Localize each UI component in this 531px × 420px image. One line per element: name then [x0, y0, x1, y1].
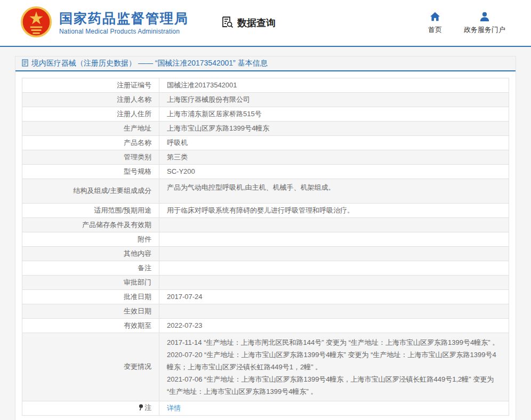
nav-portal[interactable]: 政务服务门户 — [464, 12, 505, 35]
field-value — [159, 276, 509, 290]
home-icon — [430, 12, 440, 23]
field-label: 备注 — [22, 261, 159, 276]
field-label: 产品名称 — [22, 136, 159, 150]
table-row: 批准日期 2017-07-24 — [22, 290, 509, 304]
table-row: 附件 — [22, 232, 509, 247]
registration-info-table: 注册证编号 国械注准20173542001 注册人名称 上海医疗器械股份有限公司… — [22, 78, 509, 416]
note-label: 注 — [144, 403, 151, 411]
table-row: 生产地址 上海市宝山区罗东路1399号4幢东 — [22, 122, 509, 136]
change-line: 2020-07-20 “生产地址：上海市宝山区罗东路1399号4幢东” 变更为 … — [167, 349, 501, 373]
doc-magnifier-icon — [221, 15, 234, 31]
national-emblem-icon — [20, 6, 52, 39]
table-row: 产品名称 呼吸机 — [22, 136, 509, 150]
table-row: 有效期至 2022-07-23 — [22, 319, 509, 333]
field-value: 详情 — [159, 401, 509, 416]
table-row: 型号规格 SC-Y200 — [22, 165, 509, 179]
field-label: 注册人住所 — [22, 107, 159, 122]
field-label: 其他内容 — [22, 247, 159, 261]
field-label: 生效日期 — [22, 304, 159, 319]
header-right-nav: 首页 政务服务门户 — [425, 12, 505, 35]
table-row-note: 注 详情 — [22, 401, 509, 416]
field-value: 国械注准20173542001 — [159, 78, 509, 93]
nav-portal-label: 政务服务门户 — [464, 25, 505, 35]
field-value: 2022-07-23 — [159, 319, 509, 333]
field-label: 生产地址 — [22, 122, 159, 136]
field-value: 呼吸机 — [159, 136, 509, 150]
table-row: 管理类别 第三类 — [22, 150, 509, 165]
field-value: 用于临床对呼吸系统有障碍的婴儿进行呼吸管理和呼吸治疗。 — [159, 204, 509, 218]
change-line: 2021-07-06 “生产地址：上海市宝山区罗东路1399号4幢东，上海市宝山… — [167, 373, 501, 398]
info-panel: 境内医疗器械（注册历史数据） —— “国械注准20173542001” 基本信息… — [15, 56, 516, 420]
table-row: 适用范围/预期用途 用于临床对呼吸系统有障碍的婴儿进行呼吸管理和呼吸治疗。 — [22, 204, 509, 218]
table-row-change-history: 变更情况 2017-11-14 “生产地址：上海市闸北区民和路144号” 变更为… — [22, 333, 509, 401]
nav-data-query-label: 数据查询 — [237, 17, 276, 29]
org-title-block: 国家药品监督管理局 National Medical Products Admi… — [59, 11, 189, 35]
field-label: 产品储存条件及有效期 — [22, 218, 159, 232]
field-value: 上海市宝山区罗东路1399号4幢东 — [159, 122, 509, 136]
field-label: 附件 — [22, 232, 159, 247]
org-name-cn: 国家药品监督管理局 — [59, 11, 189, 26]
field-label: 变更情况 — [22, 333, 159, 401]
table-row: 结构及组成/主要组成成分 产品为气动电控型呼吸机,由主机、机械手、机架组成。 — [22, 179, 509, 204]
field-label: 适用范围/预期用途 — [22, 204, 159, 218]
nav-home[interactable]: 首页 — [425, 12, 445, 35]
table-row: 产品储存条件及有效期 — [22, 218, 509, 232]
field-label: 注 — [22, 401, 159, 416]
field-label: 管理类别 — [22, 150, 159, 165]
table-row: 审批部门 — [22, 276, 509, 290]
field-value: 第三类 — [159, 150, 509, 165]
table-row: 注册证编号 国械注准20173542001 — [22, 78, 509, 93]
panel-title-bar: 境内医疗器械（注册历史数据） —— “国械注准20173542001” 基本信息 — [15, 56, 516, 71]
field-value — [159, 304, 509, 319]
field-label: 有效期至 — [22, 319, 159, 333]
page-body: 境内医疗器械（注册历史数据） —— “国械注准20173542001” 基本信息… — [0, 47, 531, 420]
field-label: 型号规格 — [22, 165, 159, 179]
logo-group[interactable]: 国家药品监督管理局 National Medical Products Admi… — [20, 6, 189, 39]
details-link[interactable]: 详情 — [167, 404, 181, 412]
table-row: 备注 — [22, 261, 509, 276]
field-label: 审批部门 — [22, 276, 159, 290]
field-label: 注册证编号 — [22, 78, 159, 93]
field-label: 批准日期 — [22, 290, 159, 304]
field-value — [159, 218, 509, 232]
document-icon — [22, 59, 28, 68]
field-value: 2017-11-14 “生产地址：上海市闸北区民和路144号” 变更为 “生产地… — [159, 333, 509, 401]
site-header: 国家药品监督管理局 National Medical Products Admi… — [0, 0, 531, 47]
nav-home-label: 首页 — [428, 25, 442, 35]
org-name-en: National Medical Products Administration — [59, 28, 189, 35]
field-value — [159, 247, 509, 261]
pin-icon — [138, 404, 143, 414]
table-row: 其他内容 — [22, 247, 509, 261]
field-label: 注册人名称 — [22, 93, 159, 107]
nav-data-query[interactable]: 数据查询 — [221, 15, 276, 31]
table-row: 注册人名称 上海医疗器械股份有限公司 — [22, 93, 509, 107]
field-value — [159, 261, 509, 276]
user-icon — [479, 12, 490, 23]
field-value: 产品为气动电控型呼吸机,由主机、机械手、机架组成。 — [159, 179, 509, 204]
page-title: 境内医疗器械（注册历史数据） —— “国械注准20173542001” 基本信息 — [31, 59, 268, 68]
table-row: 生效日期 — [22, 304, 509, 319]
change-line: 2017-11-14 “生产地址：上海市闸北区民和路144号” 变更为 “生产地… — [167, 336, 501, 349]
field-value: 上海市浦东新区居家桥路515号 — [159, 107, 509, 122]
table-row: 注册人住所 上海市浦东新区居家桥路515号 — [22, 107, 509, 122]
field-value: 上海医疗器械股份有限公司 — [159, 93, 509, 107]
field-value — [159, 232, 509, 247]
field-value: 2017-07-24 — [159, 290, 509, 304]
field-value: SC-Y200 — [159, 165, 509, 179]
field-label: 结构及组成/主要组成成分 — [22, 179, 159, 204]
